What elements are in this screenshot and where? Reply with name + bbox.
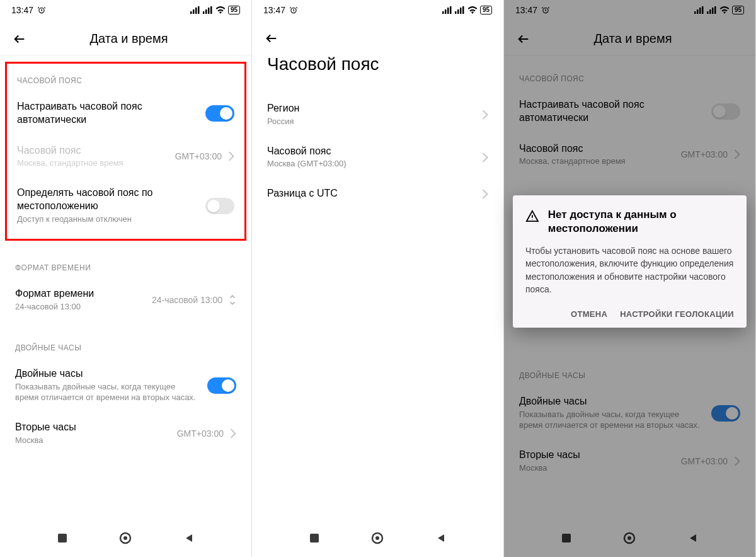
page-title: Дата и время: [38, 32, 239, 46]
nav-recent-icon[interactable]: [561, 533, 571, 546]
nav-bar: [0, 522, 251, 557]
header: [252, 20, 503, 48]
battery-indicator: 95: [228, 6, 240, 14]
item-utc-offset[interactable]: Разница с UTC: [252, 178, 503, 209]
signal-icon: [455, 6, 465, 14]
toggle-dual-clock[interactable]: [207, 377, 236, 394]
chevron-right-icon: [228, 151, 234, 161]
chevron-right-icon: [482, 110, 488, 120]
item-subtitle: 24-часовой 13:00: [15, 302, 146, 313]
item-value: GMT+03:00: [177, 428, 224, 439]
toggle-geo-timezone[interactable]: [205, 198, 234, 214]
battery-indicator: 95: [732, 6, 744, 14]
chevron-right-icon: [230, 428, 236, 439]
battery-indicator: 95: [480, 6, 492, 14]
signal-icon: [442, 6, 452, 14]
item-value: GMT+03:00: [175, 151, 222, 161]
updown-icon: [229, 294, 236, 306]
svg-rect-4: [198, 6, 200, 14]
signal-icon: [203, 6, 213, 14]
item-region[interactable]: Регион Россия: [252, 93, 503, 136]
item-title: Часовой пояс: [17, 144, 169, 158]
status-time: 13:47: [263, 5, 285, 15]
back-icon[interactable]: [265, 32, 278, 45]
alarm-icon: [541, 6, 550, 14]
svg-rect-19: [460, 8, 462, 14]
svg-rect-6: [205, 9, 207, 14]
svg-rect-21: [310, 534, 319, 543]
item-second-clock[interactable]: Вторые часы Москва GMT+03:00: [0, 412, 251, 455]
wifi-icon: [467, 6, 478, 14]
toggle-dual-clock[interactable]: [711, 405, 740, 422]
svg-rect-18: [457, 9, 459, 14]
svg-rect-14: [445, 9, 447, 14]
back-icon[interactable]: [13, 32, 26, 46]
svg-point-23: [375, 536, 379, 540]
svg-rect-1: [190, 11, 192, 14]
svg-rect-15: [447, 8, 449, 14]
toggle-auto-timezone[interactable]: [205, 105, 234, 122]
item-title: Регион: [267, 102, 476, 115]
svg-rect-29: [707, 11, 709, 14]
item-auto-timezone[interactable]: Настраивать часовой пояс автоматически: [7, 91, 244, 135]
section-header-dual: ДВОЙНЫЕ ЧАСЫ: [0, 321, 251, 359]
svg-rect-31: [712, 8, 714, 14]
svg-point-11: [123, 536, 127, 540]
item-time-format[interactable]: Формат времени 24-часовой 13:00 24-часов…: [0, 278, 251, 321]
svg-rect-5: [203, 11, 205, 14]
nav-recent-icon[interactable]: [309, 533, 319, 546]
cancel-button[interactable]: ОТМЕНА: [571, 309, 607, 319]
item-timezone[interactable]: Часовой пояс Москва (GMT+03:00): [252, 136, 503, 179]
phone-screen-1: 13:47 95 Дата и время ЧАСОВОЙ ПОЯС Настр…: [0, 0, 252, 557]
chevron-right-icon: [482, 152, 488, 163]
item-subtitle: Доступ к геоданным отключен: [17, 214, 199, 225]
item-subtitle: Москва (GMT+03:00): [267, 159, 476, 169]
nav-home-icon[interactable]: [371, 532, 384, 547]
warning-icon: [525, 208, 539, 224]
item-subtitle: Показывать двойные часы, когда текущее в…: [15, 382, 201, 403]
status-bar: 13:47 95: [0, 0, 251, 20]
nav-home-icon[interactable]: [119, 532, 132, 547]
nav-recent-icon[interactable]: [57, 533, 67, 546]
svg-rect-3: [195, 8, 197, 14]
section-header-format: ФОРМАТ ВРЕМЕНИ: [0, 241, 251, 278]
status-time: 13:47: [11, 5, 33, 15]
item-subtitle: Москва, стандартное время: [17, 158, 169, 169]
item-dual-clock[interactable]: Двойные часы Показывать двойные часы, ко…: [0, 359, 251, 412]
signal-icon: [707, 6, 717, 14]
svg-rect-8: [210, 6, 212, 14]
location-dialog: Нет доступа к данным о местоположении Чт…: [513, 195, 747, 328]
item-geo-timezone[interactable]: Определять часовой пояс по местоположени…: [7, 178, 244, 233]
svg-rect-7: [208, 8, 210, 14]
annotation-box: ЧАСОВОЙ ПОЯС Настраивать часовой пояс ав…: [5, 62, 246, 241]
svg-rect-13: [442, 11, 444, 14]
content-area: Регион Россия Часовой пояс Москва (GMT+0…: [252, 93, 503, 522]
wifi-icon: [215, 6, 226, 14]
item-subtitle: Москва: [15, 435, 171, 446]
svg-point-35: [627, 536, 631, 540]
svg-rect-32: [714, 6, 716, 14]
item-timezone[interactable]: Часовой пояс Москва, стандартное время G…: [7, 135, 244, 178]
nav-home-icon[interactable]: [623, 532, 636, 547]
item-title: Двойные часы: [15, 367, 201, 381]
geo-settings-button[interactable]: НАСТРОЙКИ ГЕОЛОКАЦИИ: [620, 309, 734, 319]
nav-back-icon[interactable]: [688, 533, 698, 546]
svg-rect-16: [450, 6, 452, 14]
item-value: 24-часовой 13:00: [152, 295, 222, 305]
back-icon[interactable]: [517, 32, 530, 46]
signal-icon: [190, 6, 200, 14]
item-title: Настраивать часовой пояс автоматически: [17, 100, 199, 127]
svg-rect-9: [58, 534, 67, 543]
content-area: ЧАСОВОЙ ПОЯС Настраивать часовой пояс ав…: [0, 62, 251, 522]
signal-icon: [694, 6, 704, 14]
svg-rect-27: [699, 8, 701, 14]
toggle-auto-timezone[interactable]: [711, 103, 740, 120]
nav-back-icon[interactable]: [436, 533, 446, 546]
item-title: Разница с UTC: [267, 187, 476, 200]
wifi-icon: [719, 6, 730, 14]
nav-back-icon[interactable]: [184, 533, 194, 546]
dialog-title: Нет доступа к данным о местоположении: [548, 208, 734, 236]
phone-screen-3: 13:47 95 Дата и время ЧАСОВОЙ ПОЯС Настр…: [504, 0, 756, 557]
status-bar: 13:47 95: [252, 0, 503, 20]
item-title: Часовой пояс: [267, 145, 476, 158]
